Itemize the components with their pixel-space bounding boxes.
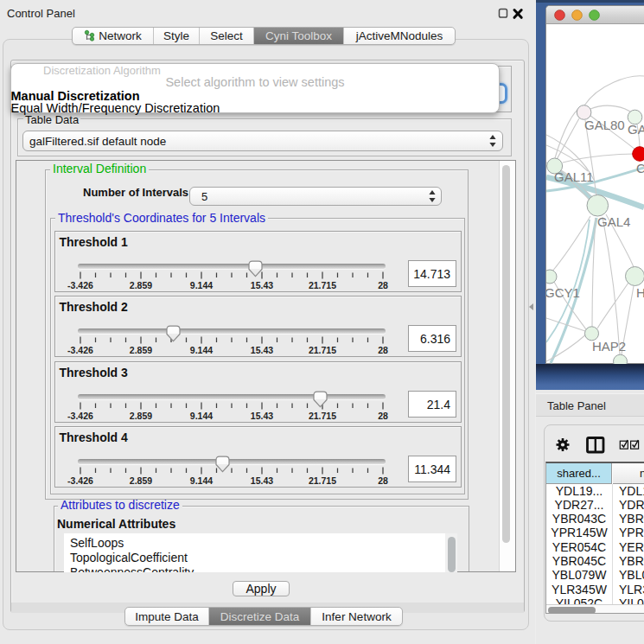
svg-text:HAP2: HAP2 (592, 339, 626, 354)
svg-text:GAL11: GAL11 (554, 169, 594, 184)
svg-text:C: C (636, 161, 644, 175)
svg-text:GAL4: GAL4 (597, 214, 630, 229)
svg-text:GA: GA (628, 122, 644, 137)
svg-text:H: H (636, 285, 644, 300)
svg-text:GCY1: GCY1 (546, 285, 580, 300)
svg-text:GAL80: GAL80 (584, 118, 625, 132)
